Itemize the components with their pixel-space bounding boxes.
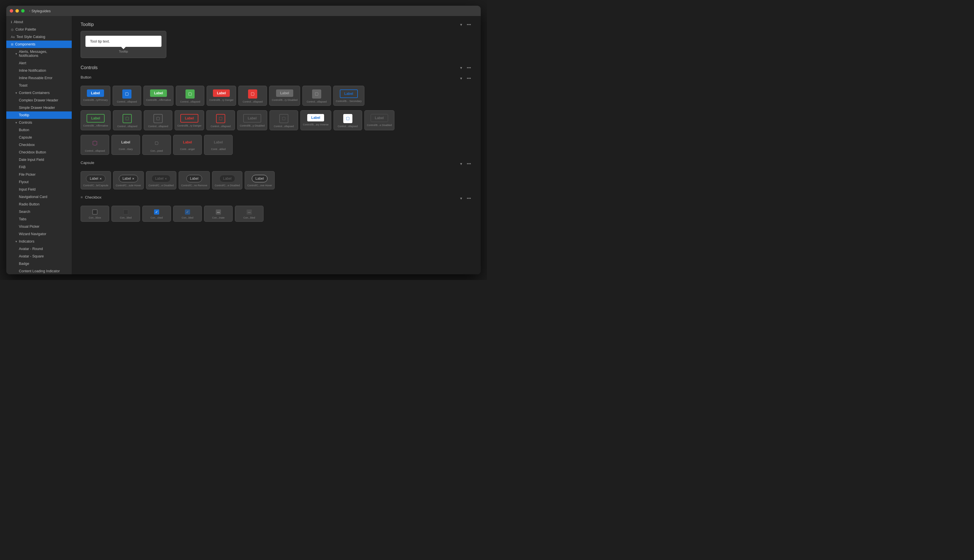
chevron-down-icon: ▾ [15, 52, 17, 56]
sidebar-item-content-loading-indicator[interactable]: Content Loading Indicator [6, 267, 72, 274]
sidebar-item-badge[interactable]: Badge [6, 260, 72, 267]
sidebar-item-checkbox-button[interactable]: Checkbox Button [6, 148, 72, 156]
btn-tertiary-preview: Label [117, 138, 134, 146]
btn-ter-danger-caption: Contr...anger [180, 148, 195, 150]
capsule-no-remove-caption: Control/C...no Remove [181, 184, 207, 187]
sidebar-item-capsule[interactable]: Capsule [6, 134, 72, 141]
btn-card-icon-sec-disabled: Control...ollapsed [270, 110, 298, 130]
sidebar-item-simple-drawer-header[interactable]: Simple Drawer Header [6, 104, 72, 112]
capsule-disabled-no-remove-caption: Control/C...e Disabled [215, 184, 240, 187]
checkbox-checked-caption: Con...cked [150, 216, 163, 219]
components-icon: ⊞ [11, 43, 13, 46]
sidebar-item-controls[interactable]: ▾ Controls [6, 119, 72, 126]
svg-rect-9 [93, 141, 97, 145]
sidebar-item-visual-picker[interactable]: Visual Picker [6, 223, 72, 230]
btn-card-icon-inverse: Control...ollapsed [334, 110, 362, 130]
sidebar-item-toast[interactable]: Toast [6, 82, 72, 89]
capsule-normal-preview: Label ✕ [86, 175, 105, 182]
btn-card-base-disabled: Label Control/B...e Disabled [364, 110, 395, 130]
back-icon: ‹ [29, 9, 30, 13]
btn-icon-danger-caption: Control...ollapsed [243, 100, 263, 103]
capsule-card-hover: Label ✕ Control/C...sule Hover [113, 171, 144, 190]
btn-sec-danger-caption: Control/B...ry Danger [177, 124, 202, 127]
sidebar-item-about[interactable]: ℹ About [6, 18, 72, 26]
sidebar-item-tabs[interactable]: Tabs [6, 215, 72, 223]
capsule-title: Capsule [81, 160, 94, 165]
close-button[interactable] [10, 9, 13, 13]
sidebar-item-date-input-field[interactable]: Date Input Field [6, 156, 72, 163]
btn-icon-inverse-preview [343, 114, 352, 123]
tooltip-menu-btn[interactable]: ••• [465, 22, 472, 27]
btn-danger-preview: Label [213, 90, 230, 97]
checkbox-card-checked: ✓ Con...cked [142, 206, 171, 222]
btn-card-ter-danger: Label Contr...anger [173, 135, 202, 155]
btn-card-disabled: Label Control/B...ry Disabled [269, 86, 300, 106]
sidebar-item-navigational-card[interactable]: Navigational Card [6, 193, 72, 200]
sidebar-item-button[interactable]: Button [6, 126, 72, 134]
text-icon: Aa [11, 35, 15, 38]
btn-card-secondary: Label Control/B... Secondary [333, 86, 364, 106]
sidebar-item-avatar-round[interactable]: Avatar - Round [6, 245, 72, 253]
sidebar-item-inline-notification[interactable]: Inline Notification [6, 67, 72, 74]
sidebar-item-avatar-square[interactable]: Avatar - Square [6, 253, 72, 260]
sidebar-item-search[interactable]: Search [6, 208, 72, 215]
btn-icon-sec-danger-preview [216, 114, 225, 123]
controls-menu-btn[interactable]: ••• [465, 65, 472, 70]
sidebar-item-indicators[interactable]: ▾ Indicators [6, 238, 72, 245]
sidebar-item-inline-reusable-error[interactable]: Inline Reusable Error [6, 74, 72, 82]
checkbox-card-unchecked-disabled: Con...bled [112, 206, 140, 222]
sidebar-item-components[interactable]: ⊞ Components [6, 40, 72, 48]
btn-card-ter-disabled: Label Contr...abled [204, 135, 233, 155]
checkbox-menu-btn[interactable]: ••• [465, 195, 472, 201]
tooltip-section-actions: ▾ ••• [459, 22, 472, 27]
sidebar-item-alert[interactable]: Alert [6, 60, 72, 67]
svg-rect-3 [315, 93, 318, 95]
button-collapse-btn[interactable]: ▾ [459, 75, 463, 81]
sidebar-item-checkbox[interactable]: Checkbox [6, 141, 72, 148]
button-row-3: Control...ollapsed Label Contr...rtiary … [81, 135, 472, 155]
sidebar-item-amn[interactable]: ▾ Alerts, Messages, Notifications [6, 48, 72, 60]
btn-icon-pink-preview [90, 138, 100, 148]
tooltip-title: Tooltip [81, 22, 94, 27]
btn-card-icon-sec-b: Control...ollapsed [144, 110, 172, 130]
btn-icon-affirmative-preview [185, 90, 195, 98]
sidebar-item-wizard-navigator[interactable]: Wizard Navigator [6, 230, 72, 238]
btn-icon-disabled-preview [312, 90, 321, 98]
btn-card-primary: Label Control/B...ry/Primary [81, 86, 110, 106]
controls-collapse-btn[interactable]: ▾ [459, 65, 463, 70]
sidebar-item-flyout[interactable]: Flyout [6, 178, 72, 186]
sidebar-item-fab[interactable]: FAB [6, 163, 72, 171]
svg-rect-1 [188, 93, 192, 95]
button-menu-btn[interactable]: ••• [465, 75, 472, 81]
sidebar-item-radio-button[interactable]: Radio Button [6, 200, 72, 208]
sidebar-item-color-palette[interactable]: ◎ Color Palette [6, 26, 72, 33]
sidebar-item-tooltip[interactable]: Tooltip [6, 112, 72, 119]
minimize-button[interactable] [15, 9, 19, 13]
sidebar-item-complex-drawer-header[interactable]: Complex Drawer Header [6, 97, 72, 104]
svg-rect-2 [251, 93, 254, 95]
btn-sec-disabled-caption: Control/B...y Disabled [240, 124, 265, 127]
capsule-hover-caption: Control/C...sule Hover [116, 184, 141, 187]
svg-rect-7 [282, 117, 285, 120]
btn-card-icon-disabled: Control...ollapsed [302, 86, 331, 106]
tooltip-collapse-btn[interactable]: ▾ [459, 22, 463, 27]
capsule-hover-remove-icon: ✕ [132, 177, 134, 180]
info-icon: ℹ [11, 20, 12, 24]
checkbox-indeterminate-preview: — [216, 210, 221, 215]
sidebar-item-content-containers[interactable]: ▾ Content Containers [6, 89, 72, 97]
btn-icon-sec-b-preview [153, 114, 163, 123]
sidebar-item-file-picker[interactable]: File Picker [6, 171, 72, 178]
checkbox-collapse-btn[interactable]: ▾ [459, 195, 463, 201]
capsule-menu-btn[interactable]: ••• [465, 161, 472, 167]
button-section-actions: ▾ ••• [459, 75, 472, 81]
sidebar-item-text-style[interactable]: Aa Text Style Catalog [6, 33, 72, 40]
content-area: ℹ About ◎ Color Palette Aa Text Style Ca… [6, 16, 481, 274]
sidebar-item-input-field[interactable]: Input Field [6, 186, 72, 193]
app-window: ‹ Styleguides ℹ About ◎ Color Palette Aa… [6, 6, 481, 274]
btn-card-sec-danger: Label Control/B...ry Danger [175, 110, 204, 130]
btn-base-disabled-caption: Control/B...e Disabled [367, 124, 392, 127]
capsule-collapse-btn[interactable]: ▾ [459, 161, 463, 167]
button-title: Button [81, 75, 92, 80]
fullscreen-button[interactable] [21, 9, 25, 13]
capsule-remove-icon: ✕ [100, 177, 102, 180]
